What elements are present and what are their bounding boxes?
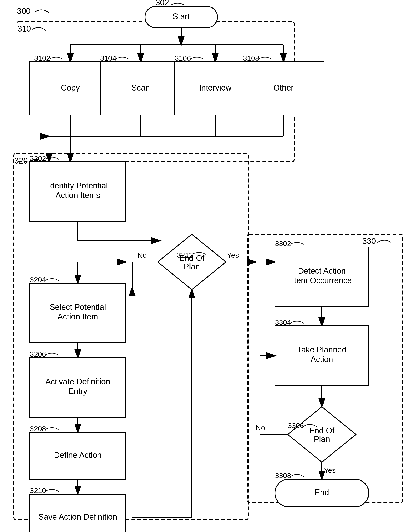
yes-label1: Yes <box>227 251 239 259</box>
ref-310: 310 <box>18 24 31 33</box>
ref-3302: 3302 <box>275 239 291 247</box>
ref-330: 330 <box>362 237 376 246</box>
activate-label2: Entry <box>69 387 87 396</box>
select-label2: Action Item <box>58 312 98 321</box>
identify-label2: Action Items <box>55 191 100 200</box>
scan-label: Scan <box>131 83 150 92</box>
detect-label1: Detect Action <box>298 266 346 275</box>
take-planned-label1: Take Planned <box>297 345 346 354</box>
ref-320: 320 <box>14 156 28 165</box>
ref-3206: 3206 <box>30 350 46 358</box>
activate-label1: Activate Definition <box>45 377 110 386</box>
ref-3108: 3108 <box>243 54 259 62</box>
ref-3208: 3208 <box>30 425 46 433</box>
eop2-label1: End Of <box>309 426 335 435</box>
copy-label: Copy <box>61 83 80 92</box>
end-label: End <box>314 488 329 497</box>
eop1-label2: Plan <box>184 262 200 271</box>
ref-3106: 3106 <box>175 54 191 62</box>
define-label: Define Action <box>54 451 102 460</box>
ref-3306: 3306 <box>288 421 304 429</box>
select-label1: Select Potential <box>50 303 106 312</box>
ref-300: 300 <box>17 7 30 16</box>
take-planned-label2: Action <box>311 355 333 364</box>
ref-3102: 3102 <box>34 54 50 62</box>
ref-3308: 3308 <box>275 472 291 480</box>
interview-label: Interview <box>199 83 232 92</box>
ref-3202: 3202 <box>30 154 46 162</box>
ref-3204: 3204 <box>30 276 46 284</box>
start-label: Start <box>173 12 190 21</box>
ref-3210: 3210 <box>30 486 46 494</box>
eop1-label1: End Of <box>179 254 205 263</box>
save-label: Save Action Definition <box>38 513 117 521</box>
diagram-container: 300 310 Start 302 3102 Copy 3104 Scan 31… <box>0 0 412 532</box>
other-label: Other <box>273 83 294 92</box>
yes-label2: Yes <box>324 466 336 474</box>
ref-302: 302 <box>156 0 169 7</box>
eop2-label2: Plan <box>314 435 330 444</box>
ref-3104: 3104 <box>100 54 116 62</box>
ref-3304: 3304 <box>275 318 291 326</box>
no-label1: No <box>137 251 147 259</box>
detect-label2: Item Occurrence <box>292 276 352 285</box>
identify-label1: Identify Potential <box>48 181 108 190</box>
